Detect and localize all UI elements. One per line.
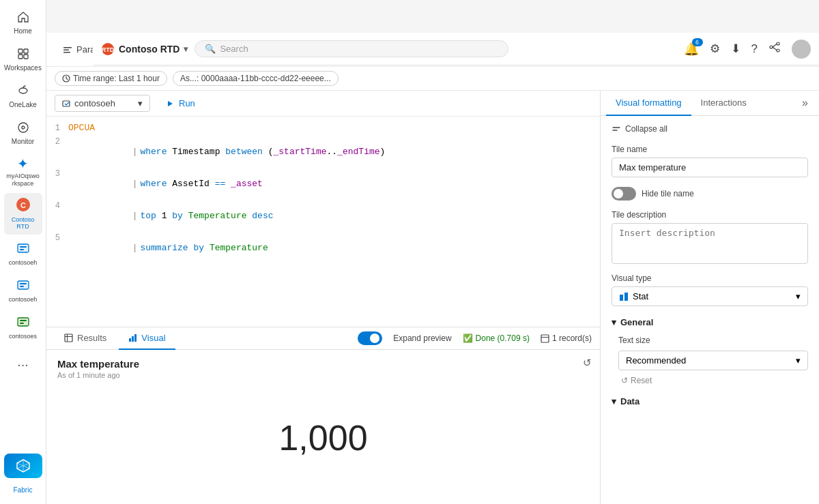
tile-desc-input[interactable] xyxy=(612,223,808,264)
svg-rect-0 xyxy=(18,49,23,53)
sidebar-item-contosoeh2[interactable]: contosoeh xyxy=(4,273,42,308)
interactions-tab[interactable]: Interactions xyxy=(691,91,756,116)
panel-body: Collapse all Tile name Hide tile name xyxy=(601,116,819,504)
sidebar-item-home-label: Home xyxy=(14,27,32,35)
svg-rect-44 xyxy=(624,293,628,301)
notification-count: 6 xyxy=(692,38,703,46)
monitor-icon xyxy=(17,121,29,136)
reset-button[interactable]: ↺ Reset xyxy=(618,376,808,385)
result-tabs: Results Visual Expand preview xyxy=(46,327,600,350)
code-line-4: 4 |top 1 by Temperature desc xyxy=(46,200,600,232)
search-box[interactable]: 🔍 Search xyxy=(195,40,508,57)
search-placeholder: Search xyxy=(220,44,248,54)
editor-section: contosoeh ▾ Run 1 OPCUA 2 |where Timesta xyxy=(46,91,601,504)
svg-point-22 xyxy=(777,42,779,45)
done-icon: ✅ xyxy=(463,333,473,343)
fabric-label: Fabric xyxy=(14,486,33,494)
svg-rect-14 xyxy=(20,283,27,284)
visual-type-select[interactable]: Stat ▾ xyxy=(612,286,808,306)
time-range-filter[interactable]: Time range: Last 1 hour xyxy=(55,71,167,86)
tile-name-input[interactable] xyxy=(612,158,808,177)
time-range-label: Time range: Last 1 hour xyxy=(73,74,160,83)
sidebar-more-button[interactable]: ··· xyxy=(4,346,42,382)
code-editor[interactable]: 1 OPCUA 2 |where Timestamp between (_sta… xyxy=(46,117,600,327)
general-section-header[interactable]: ▾ General xyxy=(612,316,808,329)
sidebar-item-contosoeh[interactable]: contosoeh xyxy=(4,236,42,271)
text-size-label: Text size xyxy=(618,336,808,345)
svg-rect-35 xyxy=(65,334,72,342)
asset-filter[interactable]: As...: 0000aaaa-11bb-cccc-dd22-eeeee... xyxy=(173,71,339,86)
svg-rect-40 xyxy=(134,334,136,342)
general-collapse-icon: ▾ xyxy=(612,317,616,327)
results-tab-label: Results xyxy=(77,333,106,343)
card-refresh-icon[interactable]: ↺ xyxy=(583,357,592,369)
svg-rect-28 xyxy=(63,49,69,50)
app-chevron-icon[interactable]: ▾ xyxy=(184,44,188,54)
panel-expand-button[interactable]: » xyxy=(796,91,814,115)
svg-point-23 xyxy=(777,49,779,52)
result-card-title: Max temperature xyxy=(57,358,589,370)
sidebar-item-onelake[interactable]: OneLake xyxy=(4,79,42,115)
visual-tab-label: Visual xyxy=(141,333,165,343)
bottom-section: Results Visual Expand preview xyxy=(46,327,600,504)
results-tab[interactable]: Results xyxy=(55,327,116,350)
result-controls: Expand preview ✅ Done (0.709 s) 1 record… xyxy=(358,331,592,345)
onelake-icon xyxy=(17,85,29,99)
sidebar-item-home[interactable]: Home xyxy=(4,5,42,41)
text-size-value: Recommended xyxy=(626,355,686,366)
sidebar-nav: Home Workspaces OneLake Monitor ✦ myAIOq… xyxy=(4,5,42,448)
tile-name-group: Tile name xyxy=(612,145,808,177)
workspace-chevron-icon: ▾ xyxy=(138,98,143,108)
sidebar-item-monitor[interactable]: Monitor xyxy=(4,116,42,151)
svg-point-5 xyxy=(22,126,25,129)
code-line-3: 3 |where AssetId == _asset xyxy=(46,168,600,200)
interactions-tab-label: Interactions xyxy=(701,98,747,108)
svg-rect-19 xyxy=(20,323,24,324)
workspace-selector[interactable]: contosoeh ▾ xyxy=(55,95,150,112)
help-icon[interactable]: ? xyxy=(751,42,758,56)
user-avatar[interactable] xyxy=(792,40,811,59)
data-label: Data xyxy=(620,396,640,406)
svg-rect-41 xyxy=(541,335,549,342)
contosoeh-icon xyxy=(16,241,30,257)
data-section-header[interactable]: ▾ Data xyxy=(612,395,808,408)
sidebar: Home Workspaces OneLake Monitor ✦ myAIOq… xyxy=(0,0,46,504)
editor-panel: contosoeh ▾ Run 1 OPCUA 2 |where Timesta xyxy=(46,91,819,504)
sidebar-item-workspaces[interactable]: Workspaces xyxy=(4,42,42,78)
done-status: ✅ Done (0.709 s) xyxy=(463,333,530,343)
visual-tab[interactable]: Visual xyxy=(119,327,175,350)
hide-tile-toggle[interactable] xyxy=(612,187,636,201)
svg-rect-1 xyxy=(24,49,28,53)
settings-icon[interactable]: ⚙ xyxy=(710,42,720,56)
visual-formatting-tab[interactable]: Visual formatting xyxy=(606,91,691,116)
svg-rect-8 xyxy=(18,244,29,252)
reset-icon: ↺ xyxy=(621,376,628,385)
code-line-1: 1 OPCUA xyxy=(46,122,600,136)
notifications-button[interactable]: 🔔 6 xyxy=(684,42,699,57)
run-query-button[interactable]: Run xyxy=(156,95,205,111)
data-section: ▾ Data xyxy=(612,395,808,408)
visual-type-group: Visual type Stat ▾ xyxy=(612,273,808,306)
fabric-button[interactable] xyxy=(4,454,42,478)
sidebar-item-myai[interactable]: ✦ myAIOqsworkspace xyxy=(4,153,42,192)
download-icon[interactable]: ⬇ xyxy=(731,42,741,56)
collapse-all-button[interactable]: Collapse all xyxy=(612,123,808,135)
contosoeh2-icon xyxy=(16,278,30,294)
share-icon[interactable] xyxy=(768,41,781,57)
expand-preview-toggle[interactable] xyxy=(358,331,382,345)
search-icon: 🔍 xyxy=(205,44,216,54)
record-count-label: 1 record(s) xyxy=(552,333,592,343)
filter-bar: Time range: Last 1 hour As...: 0000aaaa-… xyxy=(46,67,819,91)
data-collapse-icon: ▾ xyxy=(612,396,616,406)
text-size-select[interactable]: Recommended ▾ xyxy=(618,351,808,370)
sidebar-item-contoso-rtd[interactable]: C ContosoRTD xyxy=(4,193,42,235)
topbar: RTD Contoso RTD ▾ 🔍 Search 🔔 6 ⚙ ⬇ ? xyxy=(93,33,819,65)
hide-tile-row: Hide tile name xyxy=(612,187,808,201)
workspaces-icon xyxy=(17,48,29,62)
svg-text:C: C xyxy=(20,201,26,209)
sidebar-item-contosoes[interactable]: contosoes xyxy=(4,310,42,345)
tile-name-label: Tile name xyxy=(612,145,808,154)
app-logo[interactable]: RTD Contoso RTD ▾ xyxy=(101,42,188,56)
visual-formatting-tab-label: Visual formatting xyxy=(616,98,682,108)
panel-tabs: Visual formatting Interactions » xyxy=(601,91,819,116)
